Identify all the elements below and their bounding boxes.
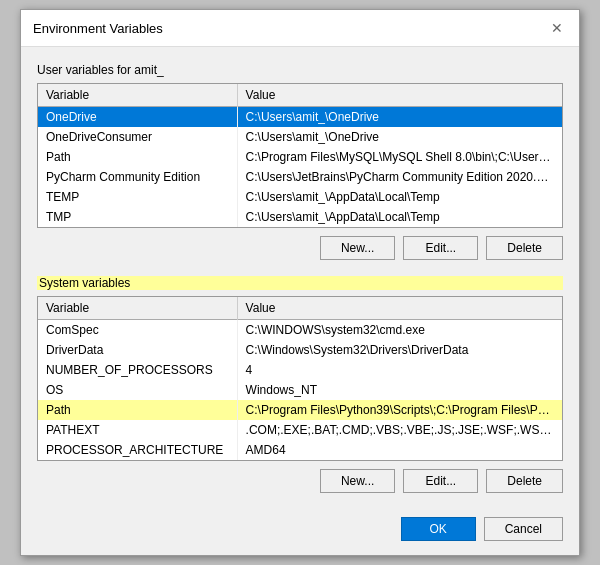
value-cell: .COM;.EXE;.BAT;.CMD;.VBS;.VBE;.JS;.JSE;.…	[237, 420, 562, 440]
variable-cell: OS	[38, 380, 237, 400]
system-variables-table-container: Variable Value ComSpecC:\WINDOWS\system3…	[37, 296, 563, 461]
system-variables-section: System variables Variable Value	[37, 276, 563, 493]
table-row[interactable]: PyCharm Community EditionC:\Users\JetBra…	[38, 167, 562, 187]
user-buttons-row: New... Edit... Delete	[37, 236, 563, 260]
system-table-scroll[interactable]: ComSpecC:\WINDOWS\system32\cmd.exeDriver…	[38, 320, 562, 460]
variable-cell: OneDrive	[38, 107, 237, 127]
ok-button[interactable]: OK	[401, 517, 476, 541]
table-row[interactable]: PathC:\Program Files\Python39\Scripts\;C…	[38, 400, 562, 420]
system-delete-button[interactable]: Delete	[486, 469, 563, 493]
close-button[interactable]: ✕	[547, 18, 567, 38]
dialog-title: Environment Variables	[33, 21, 163, 36]
variable-cell: TMP	[38, 207, 237, 227]
user-table-header-row: Variable Value	[38, 84, 562, 107]
variable-cell: DriverData	[38, 340, 237, 360]
variable-cell: OneDriveConsumer	[38, 127, 237, 147]
user-variables-table-container: Variable Value OneDriveC:\Users\amit_\On…	[37, 83, 563, 228]
system-variables-table: Variable Value	[38, 297, 562, 320]
user-variables-data-table: OneDriveC:\Users\amit_\OneDriveOneDriveC…	[38, 107, 562, 227]
title-bar: Environment Variables ✕	[21, 10, 579, 47]
value-cell: C:\Users\amit_\OneDrive	[237, 127, 562, 147]
system-table-body: ComSpecC:\WINDOWS\system32\cmd.exeDriver…	[38, 320, 562, 460]
value-cell: C:\Users\amit_\AppData\Local\Temp	[237, 187, 562, 207]
system-col-variable-header: Variable	[38, 297, 237, 320]
table-row[interactable]: TMPC:\Users\amit_\AppData\Local\Temp	[38, 207, 562, 227]
table-row[interactable]: ComSpecC:\WINDOWS\system32\cmd.exe	[38, 320, 562, 340]
system-col-value-header: Value	[237, 297, 562, 320]
variable-cell: PyCharm Community Edition	[38, 167, 237, 187]
variable-cell: Path	[38, 147, 237, 167]
variable-cell: TEMP	[38, 187, 237, 207]
system-buttons-row: New... Edit... Delete	[37, 469, 563, 493]
cancel-button[interactable]: Cancel	[484, 517, 563, 541]
user-new-button[interactable]: New...	[320, 236, 395, 260]
user-table-scroll[interactable]: OneDriveC:\Users\amit_\OneDriveOneDriveC…	[38, 107, 562, 227]
user-delete-button[interactable]: Delete	[486, 236, 563, 260]
value-cell: C:\Users\amit_\AppData\Local\Temp	[237, 207, 562, 227]
value-cell: C:\Users\amit_\OneDrive	[237, 107, 562, 127]
table-row[interactable]: TEMPC:\Users\amit_\AppData\Local\Temp	[38, 187, 562, 207]
user-table-body: OneDriveC:\Users\amit_\OneDriveOneDriveC…	[38, 107, 562, 227]
value-cell: Windows_NT	[237, 380, 562, 400]
system-table-header-row: Variable Value	[38, 297, 562, 320]
value-cell: AMD64	[237, 440, 562, 460]
variable-cell: PROCESSOR_ARCHITECTURE	[38, 440, 237, 460]
table-row[interactable]: DriverDataC:\Windows\System32\Drivers\Dr…	[38, 340, 562, 360]
table-row[interactable]: OneDriveC:\Users\amit_\OneDrive	[38, 107, 562, 127]
value-cell: C:\WINDOWS\system32\cmd.exe	[237, 320, 562, 340]
table-row[interactable]: OneDriveConsumerC:\Users\amit_\OneDrive	[38, 127, 562, 147]
variable-cell: NUMBER_OF_PROCESSORS	[38, 360, 237, 380]
environment-variables-dialog: Environment Variables ✕ User variables f…	[20, 9, 580, 556]
table-row[interactable]: NUMBER_OF_PROCESSORS4	[38, 360, 562, 380]
system-variables-data-table: ComSpecC:\WINDOWS\system32\cmd.exeDriver…	[38, 320, 562, 460]
system-variables-label: System variables	[37, 276, 563, 290]
table-row[interactable]: OSWindows_NT	[38, 380, 562, 400]
system-edit-button[interactable]: Edit...	[403, 469, 478, 493]
table-row[interactable]: PATHEXT.COM;.EXE;.BAT;.CMD;.VBS;.VBE;.JS…	[38, 420, 562, 440]
value-cell: 4	[237, 360, 562, 380]
value-cell: C:\Users\JetBrains\PyCharm Community Edi…	[237, 167, 562, 187]
user-variables-section: User variables for amit_ Variable Value	[37, 63, 563, 260]
value-cell: C:\Program Files\MySQL\MySQL Shell 8.0\b…	[237, 147, 562, 167]
table-row[interactable]: PROCESSOR_ARCHITECTUREAMD64	[38, 440, 562, 460]
user-col-variable-header: Variable	[38, 84, 237, 107]
variable-cell: PATHEXT	[38, 420, 237, 440]
value-cell: C:\Windows\System32\Drivers\DriverData	[237, 340, 562, 360]
dialog-footer: OK Cancel	[21, 509, 579, 555]
value-cell: C:\Program Files\Python39\Scripts\;C:\Pr…	[237, 400, 562, 420]
user-col-value-header: Value	[237, 84, 562, 107]
system-new-button[interactable]: New...	[320, 469, 395, 493]
table-row[interactable]: PathC:\Program Files\MySQL\MySQL Shell 8…	[38, 147, 562, 167]
variable-cell: Path	[38, 400, 237, 420]
variable-cell: ComSpec	[38, 320, 237, 340]
user-variables-label: User variables for amit_	[37, 63, 563, 77]
user-edit-button[interactable]: Edit...	[403, 236, 478, 260]
user-variables-table: Variable Value	[38, 84, 562, 107]
dialog-body: User variables for amit_ Variable Value	[21, 47, 579, 509]
